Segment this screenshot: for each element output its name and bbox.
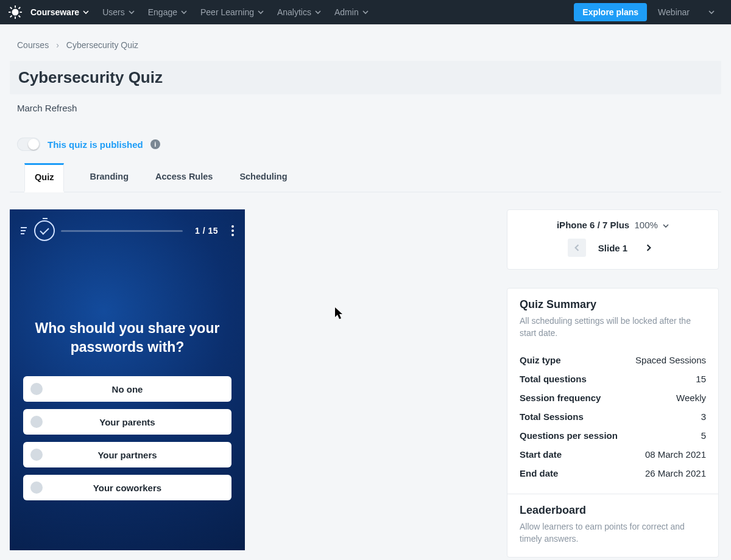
- toggle-knob: [28, 139, 39, 150]
- kv-key: Start date: [520, 449, 562, 460]
- tabs: Quiz Branding Access Rules Scheduling: [10, 164, 721, 192]
- chevron-down-icon: [129, 9, 135, 15]
- chevron-right-icon: [645, 244, 652, 251]
- speed-lines-icon: [21, 227, 27, 234]
- phone-top-bar: 1 / 15: [10, 209, 245, 246]
- kv-row: Quiz typeSpaced Sessions: [520, 351, 706, 369]
- answer-label: Your partners: [23, 450, 231, 460]
- device-card: iPhone 6 / 7 Plus 100% Slide 1: [507, 209, 719, 270]
- nav-label: Analytics: [277, 7, 311, 17]
- slide-counter: 1 / 15: [195, 226, 218, 236]
- chevron-down-icon: [83, 9, 89, 15]
- answer-label: Your parents: [23, 417, 231, 427]
- nav-courseware[interactable]: Courseware: [30, 7, 89, 17]
- svg-line-5: [10, 7, 12, 9]
- chevron-down-icon: [663, 223, 669, 229]
- kv-val: 5: [701, 430, 706, 441]
- tab-access-rules[interactable]: Access Rules: [154, 164, 214, 192]
- leaderboard-section: Leaderboard Allow learners to earn point…: [520, 504, 706, 545]
- device-zoom: 100%: [632, 220, 658, 230]
- breadcrumb-leaf[interactable]: Cybersecurity Quiz: [66, 40, 138, 50]
- summary-note: All scheduling settings will be locked a…: [520, 315, 706, 340]
- kv-row: Session frequencyWeekly: [520, 388, 706, 407]
- prev-slide-button: [568, 239, 586, 257]
- nav-label: Admin: [334, 7, 359, 17]
- nav-analytics[interactable]: Analytics: [277, 7, 321, 17]
- page: Courses › Cybersecurity Quiz Cybersecuri…: [0, 24, 731, 558]
- page-subtitle: March Refresh: [17, 103, 721, 113]
- slide-nav: Slide 1: [520, 239, 706, 257]
- chevron-left-icon: [573, 244, 581, 251]
- kv-key: Quiz type: [520, 355, 561, 365]
- device-name: iPhone 6 / 7 Plus: [557, 220, 629, 230]
- answer-option[interactable]: Your parents: [23, 409, 231, 435]
- breadcrumb: Courses › Cybersecurity Quiz: [17, 40, 721, 50]
- tab-scheduling[interactable]: Scheduling: [238, 164, 288, 192]
- quiz-summary-card: Quiz Summary All scheduling settings wil…: [507, 288, 719, 558]
- progress-track: [61, 230, 183, 232]
- device-selector[interactable]: iPhone 6 / 7 Plus 100%: [520, 220, 706, 239]
- explore-plans-button[interactable]: Explore plans: [574, 3, 647, 21]
- slide-label: Slide 1: [598, 243, 627, 253]
- answers: No one Your parents Your partners Your c…: [10, 357, 245, 500]
- nav-label: Peer Learning: [200, 7, 254, 17]
- kv-key: End date: [520, 468, 558, 478]
- user-menu[interactable]: [701, 4, 722, 20]
- kv-key: Total questions: [520, 374, 587, 384]
- info-icon[interactable]: i: [150, 139, 160, 149]
- kv-val: 08 March 2021: [645, 449, 706, 460]
- kv-val: 26 March 2021: [645, 468, 706, 478]
- nav-items: Courseware Users Engage Peer Learning An…: [30, 7, 369, 17]
- publish-label: This quiz is published: [48, 139, 143, 150]
- kv-val: Spaced Sessions: [635, 355, 706, 365]
- kebab-menu-icon[interactable]: [231, 225, 234, 236]
- nav-users[interactable]: Users: [102, 7, 135, 17]
- chevron-down-icon: [181, 9, 187, 15]
- nav-peer-learning[interactable]: Peer Learning: [200, 7, 264, 17]
- chevron-down-icon: [315, 9, 321, 15]
- svg-line-6: [19, 16, 21, 18]
- answer-label: Your coworkers: [23, 483, 231, 493]
- app-logo[interactable]: [9, 5, 22, 19]
- chevron-down-icon: [708, 9, 715, 15]
- answer-option[interactable]: No one: [23, 376, 231, 402]
- summary-heading: Quiz Summary: [520, 298, 706, 311]
- chevron-down-icon: [362, 9, 369, 15]
- next-slide-button[interactable]: [640, 239, 658, 257]
- tab-branding[interactable]: Branding: [88, 164, 130, 192]
- kv-key: Session frequency: [520, 393, 601, 403]
- nav-label: Courseware: [30, 7, 79, 17]
- kv-val: Weekly: [676, 393, 706, 403]
- page-title: Cybersecurity Quiz: [18, 68, 713, 87]
- publish-row: This quiz is published i: [17, 138, 721, 151]
- nav-label: Engage: [148, 7, 177, 17]
- kv-row: Total Sessions3: [520, 407, 706, 426]
- answer-option[interactable]: Your partners: [23, 442, 231, 467]
- kv-key: Questions per session: [520, 430, 618, 441]
- chevron-right-icon: ›: [56, 40, 59, 50]
- answer-label: No one: [23, 384, 231, 394]
- answer-option[interactable]: Your coworkers: [23, 475, 231, 500]
- navbar: Courseware Users Engage Peer Learning An…: [0, 0, 731, 24]
- nav-engage[interactable]: Engage: [148, 7, 187, 17]
- kv-key: Total Sessions: [520, 411, 584, 422]
- page-title-band: Cybersecurity Quiz: [10, 61, 721, 94]
- kv-row: Total questions15: [520, 369, 706, 388]
- right-column: iPhone 6 / 7 Plus 100% Slide 1 Quiz Summ…: [507, 209, 721, 558]
- nav-admin[interactable]: Admin: [334, 7, 369, 17]
- question-text: Who should you share your passwords with…: [27, 319, 228, 357]
- publish-toggle[interactable]: [17, 138, 40, 151]
- chevron-down-icon: [258, 9, 264, 15]
- kv-val: 3: [701, 411, 706, 422]
- leaderboard-note: Allow learners to earn points for correc…: [520, 520, 706, 545]
- phone-preview: 1 / 15 Who should you share your passwor…: [10, 209, 245, 550]
- tab-quiz[interactable]: Quiz: [24, 163, 64, 192]
- webinar-link[interactable]: Webinar: [658, 7, 690, 17]
- divider: [507, 494, 718, 494]
- nav-label: Users: [102, 7, 125, 17]
- svg-line-7: [10, 16, 12, 18]
- kv-val: 15: [696, 374, 706, 384]
- kv-row: End date26 March 2021: [520, 464, 706, 483]
- breadcrumb-root[interactable]: Courses: [17, 40, 49, 50]
- question: Who should you share your passwords with…: [10, 246, 245, 357]
